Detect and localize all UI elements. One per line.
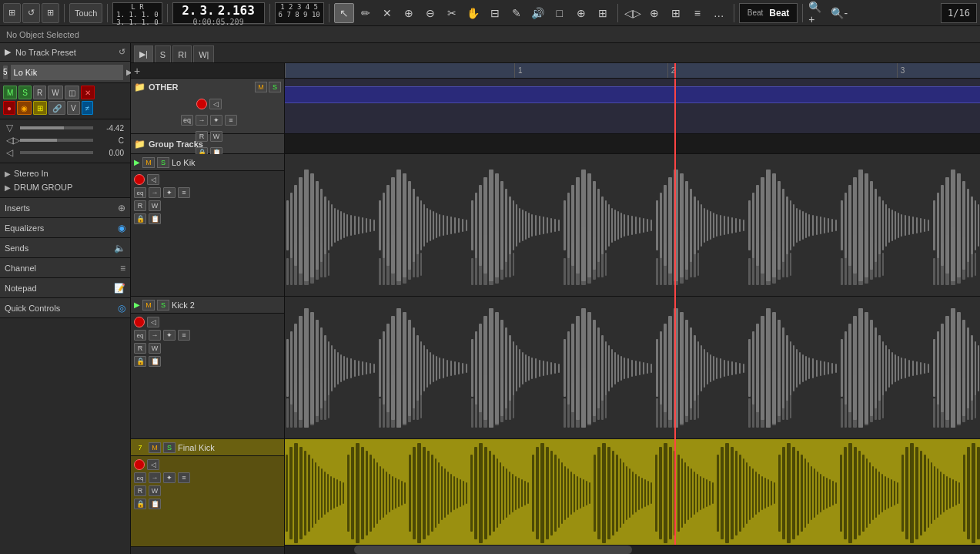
tab-midi[interactable]: ▶| — [134, 45, 153, 62]
mute-button[interactable]: M — [3, 86, 17, 99]
other-btn4[interactable]: ≡ — [225, 115, 237, 126]
kick2-record-btn[interactable] — [134, 317, 145, 327]
lo-kik-clip-btn[interactable]: 📋 — [149, 213, 161, 224]
kick2-lock-btn[interactable]: 🔒 — [134, 356, 146, 367]
tab-ri[interactable]: RI — [172, 45, 192, 62]
kick2-w-btn[interactable]: W — [149, 343, 161, 354]
solo-button[interactable]: S — [18, 86, 32, 99]
record-enable-button[interactable]: ● — [3, 101, 15, 115]
draw-tool-button[interactable]: ✏ — [356, 3, 376, 23]
lo-kik-record-btn[interactable] — [134, 174, 145, 185]
monitor2-button[interactable]: ◉ — [17, 101, 32, 115]
other-solo-btn[interactable]: S — [269, 82, 281, 92]
grid-button[interactable]: ⊞ — [42, 3, 59, 23]
read-button[interactable]: R — [33, 86, 46, 99]
kick2-eq4[interactable]: ≡ — [178, 330, 190, 341]
trim-button[interactable]: ◁▷ — [623, 3, 643, 23]
other-small-btn1[interactable]: ◁ — [209, 99, 222, 109]
nudge-button[interactable]: ⊞ — [666, 3, 686, 23]
quick-controls-section[interactable]: Quick Controls ◎ — [0, 298, 130, 318]
link-button[interactable]: 🔗 — [48, 101, 65, 115]
final-kick-lock-btn[interactable]: 🔒 — [134, 499, 146, 509]
equalizers-section[interactable]: Equalizers ◉ — [0, 218, 130, 238]
grid-snap-button[interactable]: ⊞ — [593, 3, 613, 23]
power-x-button[interactable]: ✕ — [81, 86, 95, 99]
other-btn3[interactable]: ✦ — [210, 115, 222, 126]
inserts-section[interactable]: Inserts ⊕ — [0, 198, 130, 218]
speaker-tool-button[interactable]: 🔊 — [528, 3, 548, 23]
group-folder-icon[interactable]: 📁 — [134, 139, 145, 149]
lo-kik-lock-btn[interactable]: 🔒 — [134, 213, 146, 224]
tab-s[interactable]: S — [155, 45, 171, 62]
bypass-button[interactable]: ≠ — [82, 101, 94, 115]
lo-kik-play-icon[interactable]: ▶ — [134, 158, 140, 166]
kick2-clip-btn[interactable]: 📋 — [149, 356, 161, 367]
preset-refresh-icon[interactable]: ↺ — [119, 47, 125, 57]
zoom-in-button[interactable]: 🔍+ — [808, 3, 828, 23]
glue-tool-button[interactable]: ⊕ — [571, 3, 591, 23]
other-eq-btn[interactable]: eq — [181, 115, 193, 126]
final-kick-solo-btn[interactable]: S — [163, 442, 176, 453]
crosshair-button[interactable]: ⊕ — [644, 3, 664, 23]
input-label[interactable]: Stereo In — [14, 169, 48, 178]
sends-section[interactable]: Sends 🔈 — [0, 238, 130, 258]
notepad-section[interactable]: Notepad 📝 — [0, 278, 130, 298]
other-record-btn[interactable] — [196, 99, 207, 109]
final-kick-r-btn[interactable]: R — [134, 485, 146, 496]
lo-kik-eq1[interactable]: eq — [134, 187, 146, 198]
loop-button[interactable]: ↺ — [22, 3, 40, 23]
lo-kik-r-btn[interactable]: R — [134, 200, 146, 211]
monitor-track[interactable] — [20, 151, 93, 154]
select-tool-button[interactable]: ↖ — [334, 3, 354, 23]
split-tool-button[interactable]: ⊟ — [485, 3, 505, 23]
final-kick-record-btn[interactable] — [134, 459, 145, 470]
final-kick-eq1[interactable]: eq — [134, 472, 146, 483]
kick2-mute-btn[interactable]: M — [142, 300, 155, 311]
scrollbar-thumb[interactable] — [354, 546, 632, 554]
other-send-btn[interactable]: → — [196, 115, 208, 126]
timeline-ruler[interactable]: 1 2 3 — [285, 63, 980, 79]
kick2-eq1[interactable]: eq — [134, 330, 146, 341]
final-kick-eq3[interactable]: ✦ — [163, 472, 176, 483]
lo-kik-solo-btn[interactable]: S — [157, 157, 169, 168]
erase-tool-button[interactable]: ✕ — [377, 3, 397, 23]
timeline-tracks[interactable] — [285, 79, 980, 545]
pencil-tool-button[interactable]: ✎ — [507, 3, 527, 23]
other-mute-btn[interactable]: M — [255, 82, 267, 92]
fader-track[interactable] — [20, 126, 93, 129]
tab-w[interactable]: W| — [193, 45, 214, 62]
snap-button[interactable]: ≡ — [687, 3, 707, 23]
final-kick-w-btn[interactable]: W — [149, 485, 161, 496]
kick2-solo-btn[interactable]: S — [157, 300, 169, 311]
kick2-monitor-btn[interactable]: ◁ — [147, 317, 159, 327]
final-kick-eq2[interactable]: → — [149, 472, 161, 483]
final-kick-eq4[interactable]: ≡ — [178, 472, 190, 483]
lo-kik-eq4[interactable]: ≡ — [178, 187, 190, 198]
cut-tool-button[interactable]: ✂ — [442, 3, 462, 23]
kick2-play-icon[interactable]: ▶ — [134, 301, 140, 309]
output-label[interactable]: DRUM GROUP — [14, 183, 72, 192]
pan-track[interactable] — [20, 139, 93, 142]
windows-button[interactable]: ⊞ — [3, 3, 21, 23]
zoom-out-button[interactable]: 🔍- — [829, 3, 849, 23]
horizontal-scrollbar[interactable] — [285, 545, 980, 554]
other-ctrl2[interactable]: W — [210, 131, 222, 142]
zoom-out-tool-button[interactable]: ⊖ — [420, 3, 440, 23]
group-button[interactable]: ⊞ — [33, 101, 47, 115]
final-kick-clip-btn[interactable]: 📋 — [149, 499, 161, 509]
kick2-r-btn[interactable]: R — [134, 343, 146, 354]
add-track-icon[interactable]: + — [134, 65, 140, 77]
write-button[interactable]: W — [48, 86, 62, 99]
lo-kik-monitor-btn[interactable]: ◁ — [147, 174, 159, 185]
other-folder-icon[interactable]: 📁 — [134, 82, 145, 92]
hand-tool-button[interactable]: ✋ — [463, 3, 483, 23]
lo-kik-w-btn[interactable]: W — [149, 200, 161, 211]
lo-kik-eq3[interactable]: ✦ — [163, 187, 176, 198]
zoom-tool-button[interactable]: ⊕ — [399, 3, 419, 23]
kick2-eq2[interactable]: → — [149, 330, 161, 341]
channel-section[interactable]: Channel ≡ — [0, 258, 130, 278]
lo-kik-mute-btn[interactable]: M — [142, 157, 155, 168]
final-kick-monitor-btn[interactable]: ◁ — [147, 459, 159, 470]
final-kick-mute-btn[interactable]: M — [149, 442, 161, 453]
touch-mode-button[interactable]: Touch — [69, 3, 102, 23]
